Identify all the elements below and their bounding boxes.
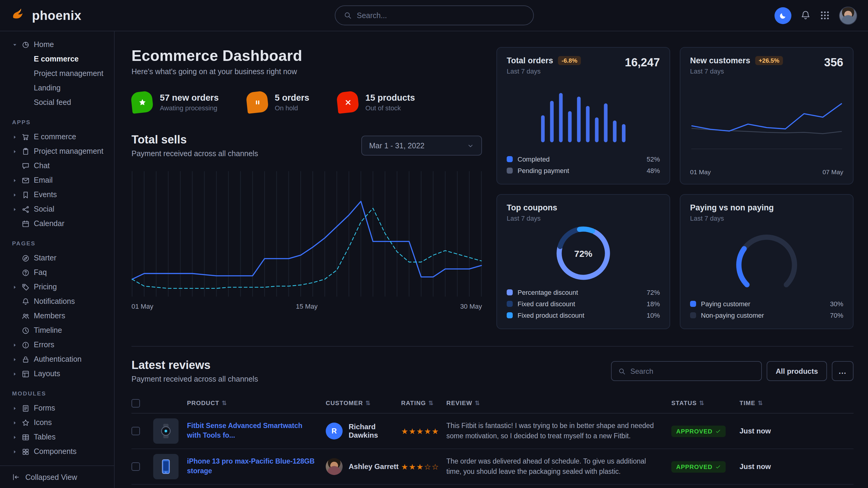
legend-item: Pending payment 48% xyxy=(507,165,660,175)
sidebar-item-social[interactable]: Social xyxy=(12,202,111,217)
legend-swatch xyxy=(507,156,513,162)
date-range-select[interactable]: Mar 1 - 31, 2022 xyxy=(361,136,482,156)
sidebar-subitem-social-feed[interactable]: Social feed xyxy=(12,95,111,110)
theme-toggle-button[interactable] xyxy=(775,7,792,24)
reviews-search-input[interactable] xyxy=(630,367,754,375)
legend-label: Percentage discount xyxy=(518,289,578,296)
legend-value: 48% xyxy=(647,167,660,174)
status-badge: APPROVED xyxy=(671,461,726,472)
pause-icon xyxy=(253,98,261,106)
product-thumbnail xyxy=(153,418,179,444)
x-label: 30 May xyxy=(460,303,482,310)
product-link[interactable]: iPhone 13 pro max-Pacific Blue-128GB sto… xyxy=(187,457,326,476)
legend-item: Fixed card discount 18% xyxy=(507,298,660,308)
legend-label: Paying customer xyxy=(701,300,750,307)
check-icon xyxy=(715,428,721,434)
sidebar-item-project-management[interactable]: Project management xyxy=(12,144,111,159)
row-checkbox[interactable] xyxy=(131,427,140,435)
x-label: 01 May xyxy=(131,303,153,310)
tag-icon xyxy=(22,283,30,291)
reviews-table-body: Fitbit Sense Advanced Smartwatch with To… xyxy=(131,414,854,488)
sidebar-item-errors[interactable]: Errors xyxy=(12,337,111,352)
legend-swatch xyxy=(507,300,513,306)
collapse-icon xyxy=(12,473,20,481)
total-orders-bar-chart xyxy=(532,87,634,142)
calendar-icon xyxy=(22,220,30,228)
sidebar-item-calendar[interactable]: Calendar xyxy=(12,217,111,231)
sidebar-item-faq[interactable]: Faq xyxy=(12,265,111,280)
column-header-status[interactable]: STATUS⇅ xyxy=(671,400,740,406)
search-icon xyxy=(343,11,351,19)
sidebar-item-chat[interactable]: Chat xyxy=(12,159,111,173)
legend-item: Completed 52% xyxy=(507,154,660,164)
more-options-button[interactable]: ... xyxy=(832,361,854,381)
reviews-search[interactable] xyxy=(611,361,762,381)
column-header-rating[interactable]: RATING⇅ xyxy=(401,400,446,406)
search-input[interactable] xyxy=(357,11,525,20)
product-link[interactable]: Fitbit Sense Advanced Smartwatch with To… xyxy=(187,422,326,441)
x-icon xyxy=(343,98,352,106)
column-header-time[interactable]: TIME⇅ xyxy=(740,400,854,406)
row-checkbox[interactable] xyxy=(131,462,140,471)
x-label: 01 May xyxy=(690,168,711,175)
sidebar-item-forms[interactable]: Forms xyxy=(12,401,111,415)
collapsed-view-button[interactable]: Collapsed View xyxy=(0,465,114,488)
caret-icon xyxy=(12,177,18,183)
column-header-customer[interactable]: CUSTOMER⇅ xyxy=(326,400,401,406)
new-customers-card: New customers+26.5% Last 7 days 356 01 M… xyxy=(680,47,854,185)
brand[interactable]: phoenix xyxy=(11,7,82,24)
card-period: Last 7 days xyxy=(690,215,774,222)
user-avatar[interactable] xyxy=(839,6,857,24)
sidebar-item-members[interactable]: Members xyxy=(12,308,111,323)
total-sells-title: Total sells xyxy=(131,133,258,147)
column-header-review[interactable]: REVIEW⇅ xyxy=(446,400,671,406)
sidebar-item-notifications[interactable]: Notifications xyxy=(12,294,111,308)
legend-label: Fixed product discount xyxy=(518,312,584,319)
collapsed-view-label: Collapsed View xyxy=(25,473,77,481)
sort-icon: ⇅ xyxy=(758,400,763,406)
stat-caption: On hold xyxy=(275,104,309,111)
table-row xyxy=(131,485,854,488)
sort-icon: ⇅ xyxy=(366,400,371,406)
column-label: PRODUCT xyxy=(187,400,219,406)
sidebar-item-starter[interactable]: Starter xyxy=(12,251,111,265)
search-icon xyxy=(343,11,351,19)
sidebar-item-email[interactable]: Email xyxy=(12,173,111,188)
sidebar-item-components[interactable]: Components xyxy=(12,444,111,459)
customer-name: Richard Dawkins xyxy=(349,423,401,440)
sidebar-item-events[interactable]: Events xyxy=(12,188,111,202)
apps-grid-icon[interactable] xyxy=(820,10,830,21)
sidebar-subitem-e-commerce[interactable]: E commerce xyxy=(12,52,111,66)
sidebar-item-pricing[interactable]: Pricing xyxy=(12,280,111,294)
people-icon xyxy=(22,312,30,320)
total-orders-card: Total orders-6.8% Last 7 days 16,247 Com… xyxy=(496,47,670,185)
select-all-checkbox[interactable] xyxy=(131,399,140,407)
forms-icon xyxy=(22,404,30,412)
sidebar-item-authentication[interactable]: Authentication xyxy=(12,352,111,366)
caret-icon xyxy=(12,434,18,440)
chevron-down-icon xyxy=(467,142,474,149)
sidebar-item-timeline[interactable]: Timeline xyxy=(12,323,111,337)
customer-cell: Ashley Garrett xyxy=(326,458,401,475)
sidebar-item-label: E commerce xyxy=(34,133,76,141)
stat-out-of-stock: 15 products Out of stock xyxy=(337,92,415,113)
notifications-bell-icon[interactable] xyxy=(801,10,811,21)
sidebar-subitem-project-management[interactable]: Project management xyxy=(12,66,111,81)
sidebar-item-home[interactable]: Home xyxy=(12,37,111,52)
sidebar-item-tables[interactable]: Tables xyxy=(12,430,111,444)
global-search[interactable] xyxy=(335,5,533,25)
paying-legend: Paying customer 30% Non-paying customer … xyxy=(690,298,843,320)
sidebar-section-label: APPS xyxy=(12,119,111,125)
sidebar-item-layouts[interactable]: Layouts xyxy=(12,366,111,381)
all-products-button[interactable]: All products xyxy=(767,361,827,381)
x-label: 15 May xyxy=(296,303,318,310)
sidebar-item-icons[interactable]: Icons xyxy=(12,415,111,430)
sidebar-item-label: Faq xyxy=(34,268,47,277)
sidebar-subitem-landing[interactable]: Landing xyxy=(12,81,111,95)
sidebar-item-e-commerce[interactable]: E commerce xyxy=(12,130,111,144)
column-header-product[interactable]: PRODUCT⇅ xyxy=(187,400,326,406)
compass-icon xyxy=(22,254,30,262)
star-icon xyxy=(131,91,154,114)
customer-avatar: R xyxy=(326,423,343,440)
sidebar-section-label: MODULES xyxy=(12,390,111,397)
